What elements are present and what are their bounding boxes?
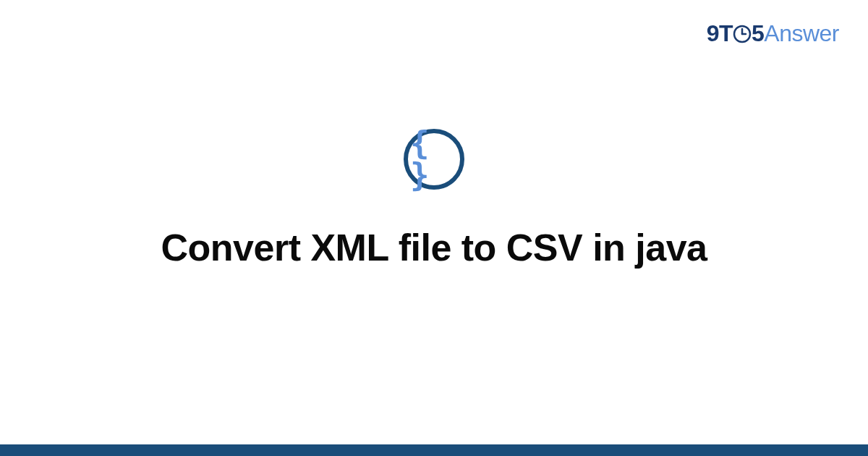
main-content: { } Convert XML file to CSV in java — [0, 0, 868, 427]
code-braces-icon: { } — [410, 127, 462, 191]
topic-icon-circle: { } — [404, 129, 464, 190]
page-title: Convert XML file to CSV in java — [161, 226, 707, 269]
footer-accent-bar — [0, 444, 868, 456]
